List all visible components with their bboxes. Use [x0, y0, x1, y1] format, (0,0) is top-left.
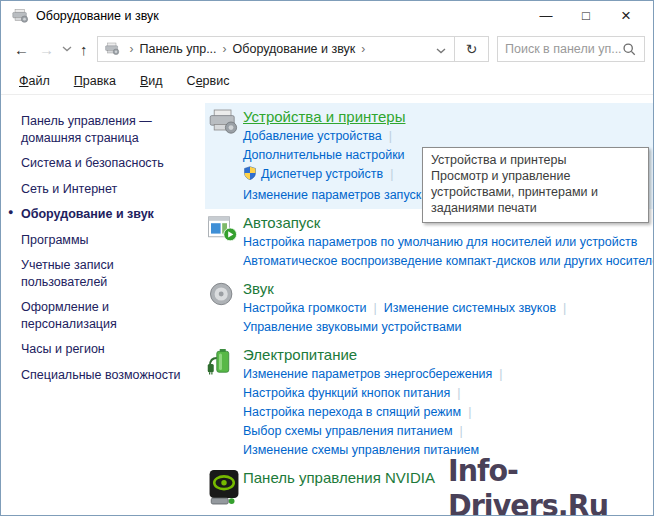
maximize-icon[interactable]: □: [579, 9, 593, 23]
menu-bar: ФайлПравкаВидСервис: [1, 67, 653, 95]
sidebar-item[interactable]: Специальные возможности: [21, 367, 193, 384]
breadcrumb-item[interactable]: Панель упр...: [140, 42, 217, 56]
menu-item-вид[interactable]: Вид: [140, 74, 163, 88]
task-link[interactable]: Настройка функций кнопок питания: [243, 386, 450, 400]
breadcrumb[interactable]: ›Панель упр...›Оборудование и звук› ↻: [97, 36, 490, 62]
sidebar-item[interactable]: ●Оборудование и звук: [21, 206, 193, 223]
power-icon: [207, 345, 243, 460]
link-separator: |: [499, 367, 502, 381]
nvidia-icon: [207, 468, 243, 509]
link-separator: |: [563, 301, 566, 315]
task-link-row: Выбор схемы управления питанием|: [243, 422, 653, 441]
sound-icon: [207, 279, 243, 337]
link-separator: |: [457, 386, 460, 400]
task-link[interactable]: Дополнительные настройки: [243, 148, 405, 162]
section-title[interactable]: Автозапуск: [243, 213, 320, 233]
link-separator: |: [390, 167, 393, 181]
address-dropdown-chevron-icon[interactable]: [428, 40, 454, 58]
crumb-separator-icon: ›: [355, 42, 371, 56]
task-link-row: Изменение схемы управления питанием: [243, 441, 653, 460]
task-link[interactable]: Автоматическое воспроизведение компакт-д…: [243, 254, 653, 268]
sidebar-item[interactable]: Панель управления — домашняя страница: [21, 113, 193, 146]
breadcrumb-printer-icon: [104, 42, 120, 56]
task-link[interactable]: Диспетчер устройств: [261, 167, 383, 181]
task-link[interactable]: Добавление устройства: [243, 129, 382, 143]
tooltip: Устройства и принтеры Просмотр и управле…: [422, 147, 649, 223]
control-panel-window: Оборудование и звук — □ × ← → ↑ ›Панель …: [0, 0, 654, 516]
link-separator: |: [389, 129, 392, 143]
printer-icon: [207, 107, 243, 205]
back-icon[interactable]: ←: [9, 41, 34, 58]
forward-icon: →: [34, 41, 59, 58]
history-chevron-icon[interactable]: [59, 46, 75, 52]
task-link[interactable]: Выбор схемы управления питанием: [243, 424, 453, 438]
sidebar-item[interactable]: Учетные записи пользователей: [21, 257, 193, 290]
tooltip-title: Устройства и принтеры: [431, 153, 566, 167]
sidebar-item[interactable]: Часы и регион: [21, 341, 193, 358]
menu-item-сервис[interactable]: Сервис: [187, 74, 230, 88]
uac-shield-icon: [243, 166, 257, 186]
task-link[interactable]: Управление звуковыми устройствами: [243, 320, 462, 334]
navigation-toolbar: ← → ↑ ›Панель упр...›Оборудование и звук…: [1, 31, 653, 67]
task-link-row: Управление звуковыми устройствами: [243, 318, 653, 337]
main-area: Панель управления — домашняя страницаСис…: [1, 95, 653, 515]
search-input[interactable]: [505, 42, 622, 56]
tooltip-body: Просмотр и управление устройствами, прин…: [431, 169, 598, 215]
close-icon[interactable]: ×: [619, 9, 633, 23]
menu-item-правка[interactable]: Правка: [74, 74, 116, 88]
task-link[interactable]: Изменение схемы управления питанием: [243, 443, 479, 457]
link-separator: |: [374, 301, 377, 315]
search-icon: [622, 42, 637, 57]
section-title[interactable]: Панель управления NVIDIA: [243, 468, 435, 488]
task-link-row: Настройка громкости|Изменение системных …: [243, 299, 653, 318]
task-link[interactable]: Настройка громкости: [243, 301, 367, 315]
autoplay-icon: [207, 213, 243, 271]
window-title: Оборудование и звук: [36, 9, 159, 23]
breadcrumb-item[interactable]: Оборудование и звук: [233, 42, 356, 56]
sidebar-item[interactable]: Система и безопасность: [21, 155, 193, 172]
title-bar: Оборудование и звук — □ ×: [1, 1, 653, 31]
sidebar-item[interactable]: Оформление и персонализация: [21, 299, 193, 332]
task-link[interactable]: Изменение параметров запуска: [243, 188, 428, 202]
task-link-row: Автоматическое воспроизведение компакт-д…: [243, 252, 653, 271]
menu-item-файл[interactable]: Файл: [19, 74, 50, 88]
up-icon[interactable]: ↑: [75, 41, 93, 58]
task-link-row: Настройка перехода в спящий режим|: [243, 403, 653, 422]
window-controls: — □ ×: [539, 9, 653, 23]
refresh-icon[interactable]: ↻: [454, 36, 488, 62]
category-section: ЗвукНастройка громкости|Изменение систем…: [205, 275, 653, 341]
category-section: ЭлектропитаниеИзменение параметров энерг…: [205, 341, 653, 464]
task-link-row: Изменение параметров энергосбережения|: [243, 365, 653, 384]
active-bullet-icon: ●: [8, 207, 13, 219]
task-link[interactable]: Настройка параметров по умолчанию для но…: [243, 235, 637, 249]
crumb-separator-icon: ›: [217, 42, 233, 56]
sidebar-item[interactable]: Программы: [21, 232, 193, 249]
sidebar-item[interactable]: Сеть и Интернет: [21, 181, 193, 198]
task-link-row: Добавление устройства|: [243, 127, 653, 146]
link-separator: |: [468, 405, 471, 419]
minimize-icon[interactable]: —: [539, 9, 553, 23]
section-title[interactable]: Устройства и принтеры: [243, 107, 405, 127]
task-link[interactable]: Изменение параметров энергосбережения: [243, 367, 492, 381]
task-link[interactable]: Изменение системных звуков: [384, 301, 556, 315]
crumb-separator-icon: ›: [124, 42, 140, 56]
sidebar: Панель управления — домашняя страницаСис…: [1, 95, 205, 515]
link-separator: |: [460, 424, 463, 438]
task-link-row: Настройка функций кнопок питания|: [243, 384, 653, 403]
category-section: Панель управления NVIDIA: [205, 464, 653, 513]
section-title[interactable]: Звук: [243, 279, 274, 299]
section-title[interactable]: Электропитание: [243, 345, 357, 365]
task-link-row: Настройка параметров по умолчанию для но…: [243, 233, 653, 252]
printer-app-icon: [11, 8, 29, 24]
search-box[interactable]: [497, 36, 645, 62]
task-link[interactable]: Настройка перехода в спящий режим: [243, 405, 461, 419]
